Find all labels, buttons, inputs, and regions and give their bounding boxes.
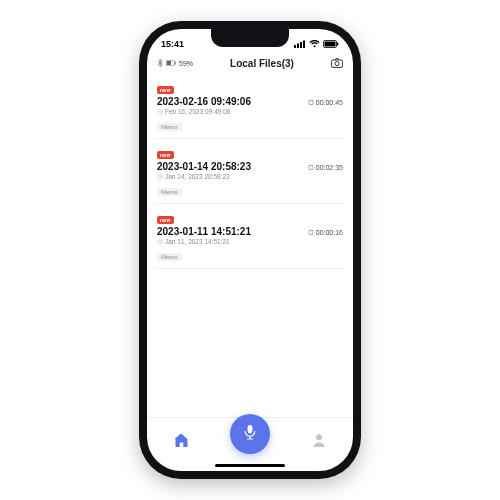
svg-rect-16: [309, 231, 313, 235]
battery-small-icon: [166, 60, 176, 67]
new-badge: new: [157, 86, 174, 94]
list-item[interactable]: new 2023-01-11 14:51:21 00:00:16 Jan 11,…: [155, 204, 345, 269]
svg-rect-14: [309, 166, 313, 170]
file-name: 2023-01-11 14:51:21: [157, 226, 251, 237]
file-subtitle: Jan 14, 2023 20:58:23: [157, 173, 343, 180]
notch: [211, 29, 289, 47]
svg-rect-9: [175, 61, 176, 64]
status-indicators: [294, 40, 339, 48]
home-indicator[interactable]: [215, 464, 285, 467]
profile-tab[interactable]: [299, 431, 339, 449]
bluetooth-status: 59%: [157, 59, 193, 68]
svg-rect-0: [294, 45, 296, 48]
bluetooth-icon: [157, 59, 163, 68]
file-name: 2023-01-14 20:58:23: [157, 161, 251, 172]
clock-time: 15:41: [161, 39, 184, 49]
file-duration: 00:02:35: [308, 164, 343, 171]
list-item[interactable]: new 2023-01-14 20:58:23 00:02:35 Jan 14,…: [155, 139, 345, 204]
memo-tag: Memo: [157, 123, 182, 131]
page-title: Local Files(3): [230, 58, 294, 69]
home-tab[interactable]: [161, 431, 201, 449]
microphone-icon: [241, 423, 259, 445]
header-bar: 59% Local Files(3): [147, 53, 353, 71]
new-badge: new: [157, 151, 174, 159]
memo-tag: Memo: [157, 188, 182, 196]
svg-rect-18: [248, 425, 253, 434]
wifi-icon: [309, 40, 320, 48]
svg-rect-6: [337, 43, 338, 46]
battery-pct-label: 59%: [179, 60, 193, 67]
screen: 15:41 59%: [147, 29, 353, 471]
svg-point-19: [316, 434, 322, 440]
svg-point-11: [335, 62, 339, 66]
phone-frame: 15:41 59%: [139, 21, 361, 479]
list-item[interactable]: new 2023-02-16 09:49:06 00:00:45 Feb 16,…: [155, 74, 345, 139]
new-badge: new: [157, 216, 174, 224]
svg-rect-5: [325, 42, 336, 47]
svg-rect-2: [300, 42, 302, 48]
file-list: new 2023-02-16 09:49:06 00:00:45 Feb 16,…: [147, 71, 353, 417]
svg-rect-12: [309, 101, 313, 105]
svg-rect-3: [303, 41, 305, 49]
file-name: 2023-02-16 09:49:06: [157, 96, 251, 107]
svg-rect-8: [167, 61, 171, 65]
file-subtitle: Jan 11, 2023 14:51:21: [157, 238, 343, 245]
file-duration: 00:00:16: [308, 229, 343, 236]
memo-tag: Memo: [157, 253, 182, 261]
battery-icon: [323, 40, 339, 48]
cellular-icon: [294, 40, 306, 48]
record-button[interactable]: [230, 414, 270, 454]
svg-rect-1: [297, 44, 299, 49]
camera-icon[interactable]: [331, 54, 343, 72]
file-duration: 00:00:45: [308, 99, 343, 106]
file-subtitle: Feb 16, 2023 09:49:06: [157, 108, 343, 115]
tab-bar: [147, 417, 353, 471]
